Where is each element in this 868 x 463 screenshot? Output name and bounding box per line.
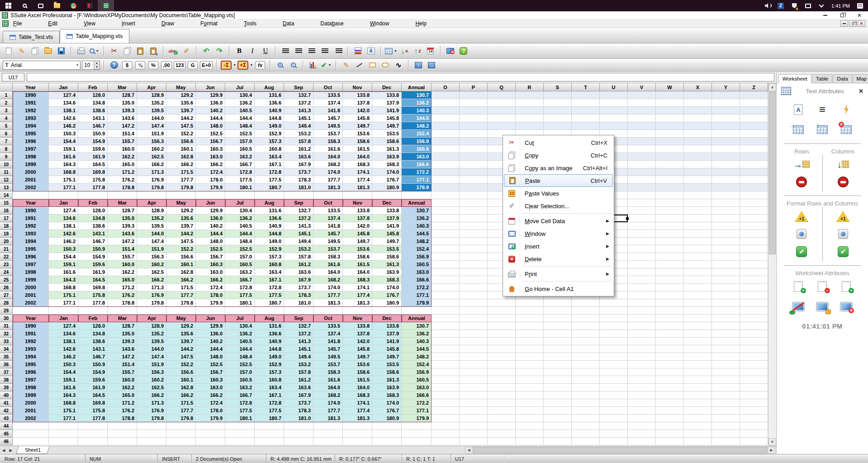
cell[interactable] <box>572 391 600 399</box>
cell[interactable] <box>712 307 740 315</box>
cell[interactable] <box>460 330 488 338</box>
cell[interactable] <box>740 345 768 353</box>
cell[interactable]: 155.7 <box>108 253 137 261</box>
cell[interactable] <box>628 184 656 191</box>
cell[interactable]: 179.8 <box>137 415 166 422</box>
cell[interactable]: 152.5 <box>196 245 225 253</box>
screen-style-icon[interactable] <box>792 301 805 312</box>
cell[interactable]: 168.3 <box>343 276 372 284</box>
cell[interactable]: 128.7 <box>108 322 137 330</box>
cell[interactable] <box>628 438 656 445</box>
cell[interactable]: 160.5 <box>225 145 255 153</box>
cell[interactable] <box>600 99 628 107</box>
cell[interactable] <box>712 191 740 199</box>
cell[interactable] <box>432 176 460 184</box>
row-header-23[interactable]: 23 <box>0 261 13 268</box>
cell[interactable]: 1994 <box>13 353 49 361</box>
cell[interactable] <box>712 253 740 261</box>
cell[interactable]: 162.2 <box>108 153 137 161</box>
volume-icon[interactable] <box>764 2 771 10</box>
cell[interactable] <box>600 122 628 130</box>
cell[interactable]: 180.1 <box>225 415 255 422</box>
cell[interactable] <box>656 376 684 384</box>
context-menu-item-copy-as-an-image[interactable]: Copy as an ImageCtrl+Alt+I <box>504 162 613 174</box>
cell[interactable]: 176.7 <box>372 291 402 299</box>
cell[interactable]: 132.7 <box>284 207 313 215</box>
cell[interactable]: 153.6 <box>343 245 372 253</box>
cell[interactable] <box>712 391 740 399</box>
cell[interactable]: 146.7 <box>78 353 108 361</box>
cell[interactable]: 136.6 <box>255 330 284 338</box>
cell[interactable]: 175.8 <box>78 407 108 415</box>
cell[interactable]: 145.8 <box>343 115 372 122</box>
cell[interactable] <box>544 338 572 345</box>
cell[interactable] <box>460 199 488 207</box>
cell[interactable]: 161.9 <box>78 384 108 391</box>
cell[interactable] <box>740 253 768 261</box>
cell[interactable]: 135.0 <box>108 215 137 222</box>
cell[interactable] <box>432 184 460 191</box>
cell[interactable] <box>684 415 712 422</box>
cell[interactable] <box>432 307 460 315</box>
cell[interactable]: 144.5 <box>402 115 432 122</box>
cell[interactable]: 166.2 <box>137 276 166 284</box>
cell[interactable]: 177.7 <box>313 176 343 184</box>
cell[interactable] <box>460 261 488 268</box>
cell[interactable] <box>372 307 402 315</box>
cell[interactable]: 149.5 <box>313 353 343 361</box>
cell[interactable]: 154.4 <box>49 138 78 145</box>
cell[interactable]: 161.6 <box>49 384 78 391</box>
cell[interactable]: 153.7 <box>313 245 343 253</box>
cell[interactable] <box>740 168 768 176</box>
cell[interactable] <box>656 291 684 299</box>
cell[interactable] <box>740 407 768 415</box>
row-header-27[interactable]: 27 <box>0 291 13 299</box>
cell[interactable] <box>656 199 684 207</box>
cell[interactable]: 144.5 <box>402 230 432 238</box>
cell[interactable] <box>712 184 740 191</box>
column-header-may[interactable]: May <box>166 83 196 91</box>
cell[interactable] <box>712 276 740 284</box>
cell[interactable] <box>255 307 284 315</box>
cell[interactable]: 159.1 <box>49 261 78 268</box>
cell[interactable]: 168.3 <box>372 276 402 284</box>
cell[interactable] <box>572 330 600 338</box>
vertical-scrollbar[interactable]: ▲ ▼ <box>768 83 776 446</box>
cell[interactable]: 181.3 <box>313 184 343 191</box>
cell[interactable] <box>712 399 740 407</box>
cell[interactable] <box>255 430 284 438</box>
cell[interactable] <box>460 353 488 361</box>
cell[interactable] <box>656 353 684 361</box>
search-icon[interactable] <box>16 0 33 11</box>
cell[interactable]: 155.7 <box>108 138 137 145</box>
cell[interactable] <box>49 307 78 315</box>
cell[interactable]: 160.3 <box>196 376 225 384</box>
cell[interactable]: 156.3 <box>137 138 166 145</box>
cell[interactable] <box>712 338 740 345</box>
row-header-20[interactable]: 20 <box>0 238 13 245</box>
cell[interactable]: 144.0 <box>137 345 166 353</box>
cell[interactable]: 133.8 <box>343 207 372 215</box>
row-size-icon[interactable] <box>795 228 808 240</box>
cell[interactable] <box>712 153 740 161</box>
row-header-35[interactable]: 35 <box>0 353 13 361</box>
cell[interactable] <box>684 399 712 407</box>
cell[interactable]: 179.9 <box>402 299 432 307</box>
cell[interactable] <box>516 391 544 399</box>
cell[interactable] <box>432 284 460 291</box>
cell[interactable] <box>460 184 488 191</box>
cell[interactable]: 139.5 <box>137 222 166 230</box>
cell[interactable]: 166.2 <box>137 161 166 168</box>
cell[interactable] <box>460 99 488 107</box>
cell[interactable]: 134.6 <box>49 99 78 107</box>
spin-down-icon[interactable]: ▼ <box>94 65 100 69</box>
cell[interactable]: 149.7 <box>372 238 402 245</box>
cell[interactable]: 181.0 <box>284 415 313 422</box>
cell[interactable] <box>656 215 684 222</box>
insert-chart-button[interactable] <box>307 59 319 71</box>
cell[interactable] <box>656 322 684 330</box>
doc-tab-table-test-vts[interactable]: Table_Test.vts <box>3 31 60 43</box>
cell[interactable] <box>432 430 460 438</box>
cell[interactable]: 171.2 <box>108 168 137 176</box>
cell[interactable]: Apr <box>137 199 166 207</box>
